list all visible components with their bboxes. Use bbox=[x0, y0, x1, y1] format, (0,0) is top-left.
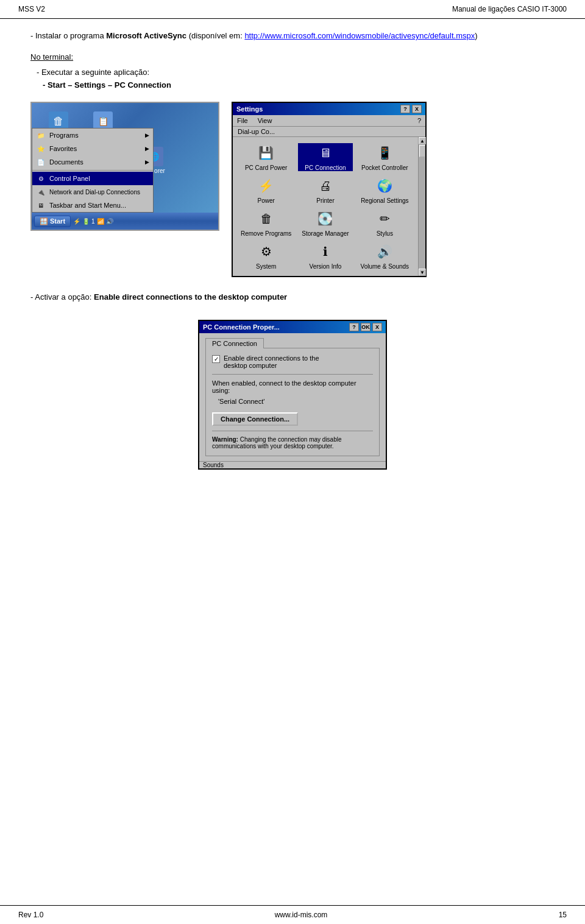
settings-content-row: 💾 PC Card Power 🖥 PC Connection 📱 Pocket… bbox=[233, 137, 425, 276]
install-bold: Microsoft ActiveSync bbox=[106, 31, 186, 40]
menu-file[interactable]: File bbox=[235, 116, 250, 125]
menu-item-network[interactable]: 🔌 Network and Dial-up Connections bbox=[32, 185, 153, 199]
volume-label: Volume & Sounds bbox=[361, 263, 410, 270]
settings-item-printer[interactable]: 🖨 Printer bbox=[298, 176, 352, 204]
warning-title: Warning: bbox=[212, 436, 238, 443]
removeprograms-label: Remove Programs bbox=[241, 230, 291, 237]
footer-right: 15 bbox=[559, 911, 567, 919]
dialog-bottom-bar: Sounds bbox=[199, 461, 386, 468]
screenshots-row: 🗑 Recycle Bin 📋 Transcriber 🖥 My Compute… bbox=[30, 102, 555, 277]
network-icon: 🔌 bbox=[36, 187, 46, 197]
dialog-tab-label: PC Connection bbox=[212, 340, 257, 347]
pccardpower-icon: 💾 bbox=[257, 143, 276, 163]
checkbox-label: Enable direct connections to the desktop… bbox=[224, 354, 319, 369]
programs-label: Programs bbox=[49, 132, 79, 139]
dialog-divider-2 bbox=[212, 431, 373, 431]
controlpanel-label: Control Panel bbox=[49, 175, 90, 182]
settings-item-power[interactable]: ⚡ Power bbox=[239, 176, 293, 204]
settings-item-removeprograms[interactable]: 🗑 Remove Programs bbox=[239, 209, 293, 237]
storagemanager-label: Storage Manager bbox=[302, 230, 349, 237]
removeprograms-icon: 🗑 bbox=[257, 209, 276, 228]
menu-view[interactable]: View bbox=[256, 116, 274, 125]
checkbox-label-2: desktop computer bbox=[224, 362, 319, 369]
start-menu-popup[interactable]: 📁 Programs ▶ ⭐ Favorites ▶ 📄 Documents ▶ bbox=[32, 128, 154, 213]
settings-item-pccardpower[interactable]: 💾 PC Card Power bbox=[239, 143, 293, 171]
dialog-title: PC Connection Proper... bbox=[203, 323, 280, 331]
footer-center: www.id-mis.com bbox=[275, 911, 328, 919]
settings-close-btn[interactable]: X bbox=[412, 105, 422, 113]
main-content: - Instalar o programa Microsoft ActiveSy… bbox=[0, 19, 585, 506]
scroll-up-btn[interactable]: ▲ bbox=[419, 137, 426, 144]
system-icon: ⚙ bbox=[257, 242, 276, 261]
pccardpower-label: PC Card Power bbox=[245, 164, 287, 171]
controlpanel-icon: ⚙ bbox=[36, 174, 46, 183]
settings-menubar: File View ? bbox=[233, 115, 425, 127]
pocketcontroller-icon: 📱 bbox=[375, 143, 394, 163]
printer-label: Printer bbox=[316, 197, 334, 204]
settings-item-storagemanager[interactable]: 💽 Storage Manager bbox=[298, 209, 352, 237]
dialog-titlebar-buttons: ? OK X bbox=[349, 323, 382, 331]
menu-question[interactable]: ? bbox=[416, 116, 423, 125]
favorites-icon: ⭐ bbox=[36, 144, 46, 153]
menu-item-controlpanel[interactable]: ⚙ Control Panel bbox=[32, 172, 153, 185]
scroll-down-btn[interactable]: ▼ bbox=[419, 269, 426, 276]
scroll-thumb[interactable] bbox=[419, 145, 425, 157]
dialup-row: Dial-up Co... bbox=[233, 127, 425, 137]
step2-bold: - Start – Settings – PC Connection bbox=[43, 80, 171, 90]
bottom-note-prefix: - Activar a opção: bbox=[30, 292, 94, 302]
install-url[interactable]: http://www.microsoft.com/windowsmobile/a… bbox=[244, 31, 475, 40]
taskbar-icons: ⚡ 🔋 1 📶 🔊 bbox=[73, 218, 113, 225]
page-footer: Rev 1.0 www.id-mis.com 15 bbox=[0, 905, 585, 924]
dialog-ok-btn[interactable]: OK bbox=[361, 323, 370, 331]
volume-icon: 🔊 bbox=[375, 242, 394, 261]
taskbar-number: 1 bbox=[91, 218, 95, 225]
network-label: Network and Dial-up Connections bbox=[49, 189, 140, 196]
settings-item-pcconnection[interactable]: 🖥 PC Connection bbox=[298, 143, 352, 171]
settings-item-stylus[interactable]: ✏ Stylus bbox=[358, 209, 412, 237]
menu-item-favorites[interactable]: ⭐ Favorites ▶ bbox=[32, 142, 153, 155]
printer-icon: 🖨 bbox=[316, 176, 335, 196]
settings-item-versioninfo[interactable]: ℹ Version Info bbox=[298, 242, 352, 270]
menu-separator-1 bbox=[32, 170, 153, 171]
menu-item-programs[interactable]: 📁 Programs ▶ bbox=[32, 129, 153, 142]
start-label: Start bbox=[50, 217, 65, 225]
dialup-label: Dial-up Co... bbox=[238, 128, 275, 135]
desktop-area: 🗑 Recycle Bin 📋 Transcriber 🖥 My Compute… bbox=[32, 103, 218, 213]
checkbox-label-1: Enable direct connections to the bbox=[224, 354, 319, 362]
taskbar-icon: 🖥 bbox=[36, 200, 46, 210]
enable-checkbox[interactable]: ✓ bbox=[212, 355, 220, 363]
menu-item-taskbar[interactable]: 🖥 Taskbar and Start Menu... bbox=[32, 199, 153, 212]
when-enabled-text: When enabled, connect to the desktop com… bbox=[212, 379, 373, 394]
settings-item-volume[interactable]: 🔊 Volume & Sounds bbox=[358, 242, 412, 270]
install-prefix: - Instalar o programa bbox=[30, 31, 106, 40]
change-connection-btn[interactable]: Change Connection... bbox=[212, 412, 298, 426]
install-close: ) bbox=[475, 31, 477, 40]
settings-titlebar: Settings ? X bbox=[233, 103, 425, 115]
power-label: Power bbox=[257, 197, 274, 204]
power-icon: ⚡ bbox=[257, 176, 276, 196]
dialog-close-btn[interactable]: X bbox=[372, 323, 382, 331]
pcconnection-icon: 🖥 bbox=[316, 143, 335, 163]
menu-item-documents[interactable]: 📄 Documents ▶ bbox=[32, 155, 153, 169]
programs-arrow: ▶ bbox=[145, 132, 149, 138]
taskbar-icon-3: 📶 bbox=[97, 218, 104, 225]
settings-item-system[interactable]: ⚙ System bbox=[239, 242, 293, 270]
taskbar-icon-2: 🔋 bbox=[82, 218, 90, 225]
dialog-titlebar: PC Connection Proper... ? OK X bbox=[199, 321, 386, 333]
dialog-help-btn[interactable]: ? bbox=[349, 323, 359, 331]
settings-help-btn[interactable]: ? bbox=[400, 105, 410, 113]
dialog-divider-1 bbox=[212, 374, 373, 375]
dialog-wrapper: PC Connection Proper... ? OK X PC Connec… bbox=[30, 320, 555, 470]
start-button[interactable]: 🪟 Start bbox=[34, 216, 71, 227]
startmenu-screenshot: 🗑 Recycle Bin 📋 Transcriber 🖥 My Compute… bbox=[30, 102, 219, 231]
documents-icon: 📄 bbox=[36, 157, 46, 167]
dialog-tab[interactable]: PC Connection bbox=[205, 338, 264, 348]
documents-arrow: ▶ bbox=[145, 159, 149, 165]
settings-item-regional[interactable]: 🌍 Regional Settings bbox=[358, 176, 412, 204]
settings-grid: 💾 PC Card Power 🖥 PC Connection 📱 Pocket… bbox=[233, 137, 418, 276]
settings-scrollbar[interactable]: ▲ ▼ bbox=[418, 137, 425, 276]
settings-title: Settings bbox=[236, 105, 263, 113]
footer-left: Rev 1.0 bbox=[18, 911, 43, 919]
taskbar: 🪟 Start ⚡ 🔋 1 📶 🔊 bbox=[32, 213, 218, 230]
settings-item-pocketcontroller[interactable]: 📱 Pocket Controller bbox=[358, 143, 412, 171]
